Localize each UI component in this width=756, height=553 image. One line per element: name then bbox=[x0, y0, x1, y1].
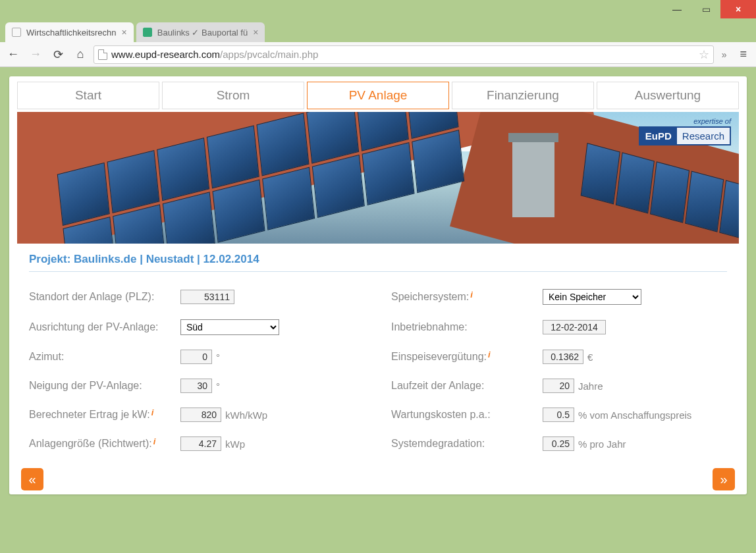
info-icon[interactable]: i bbox=[153, 436, 156, 446]
form-label: Systemdegradation: bbox=[391, 438, 543, 450]
reload-button[interactable]: ⟳ bbox=[49, 45, 67, 64]
form-row-einspeiseverg-tung: Einspeisevergütung:i€ bbox=[391, 350, 727, 364]
info-icon[interactable]: i bbox=[151, 408, 154, 417]
window-titlebar: — ▭ × bbox=[0, 0, 756, 18]
neigung-der-pv-anlage-input[interactable] bbox=[180, 379, 212, 393]
info-icon[interactable]: i bbox=[488, 350, 491, 359]
form-label: Ausrichtung der PV-Anlage: bbox=[29, 321, 180, 333]
form-row-neigung-der-pv-anlage: Neigung der PV-Anlage:° bbox=[29, 379, 365, 393]
form-grid: Standort der Anlage (PLZ):Speichersystem… bbox=[29, 289, 727, 451]
berechneter-ertrag-je-kw-input[interactable] bbox=[180, 408, 221, 422]
tab-close-icon[interactable]: × bbox=[253, 27, 258, 38]
ausrichtung-der-pv-anlage-select[interactable]: Süd bbox=[180, 319, 279, 335]
unit-label: ° bbox=[216, 381, 220, 392]
form-row-anlagengr-e-richtwert: Anlagengröße (Richtwert):ikWp bbox=[29, 436, 365, 451]
page-icon bbox=[143, 28, 152, 37]
overflow-icon[interactable]: » bbox=[718, 49, 731, 60]
url-path: /apps/pvcalc/main.php bbox=[220, 49, 318, 60]
form-label: Standort der Anlage (PLZ): bbox=[29, 291, 180, 303]
browser-tab-active[interactable]: Wirtschaftlichkeitsrechn × bbox=[5, 22, 134, 42]
unit-label: ° bbox=[216, 352, 220, 363]
form-label: Inbetriebnahme: bbox=[391, 321, 543, 333]
browser-tab[interactable]: Baulinks ✓ Bauportal fü × bbox=[136, 22, 265, 42]
tab-pv-anlage[interactable]: PV Anlage bbox=[307, 82, 449, 109]
info-icon[interactable]: i bbox=[470, 290, 473, 300]
brand-left: EuPD bbox=[640, 128, 677, 144]
menu-icon[interactable]: ≡ bbox=[734, 47, 752, 61]
maximize-button[interactable]: ▭ bbox=[691, 0, 720, 18]
form-row-berechneter-ertrag-je-kw: Berechneter Ertrag je kW:ikWh/kWp bbox=[29, 408, 365, 422]
brand-tagline: expertise of bbox=[639, 117, 731, 125]
close-button[interactable]: × bbox=[720, 0, 756, 18]
minimize-button[interactable]: — bbox=[662, 0, 691, 18]
site-icon bbox=[98, 49, 107, 60]
unit-label: kWh/kWp bbox=[225, 409, 267, 421]
form-row-systemdegradation: Systemdegradation:% pro Jahr bbox=[391, 436, 727, 451]
tab-strom[interactable]: Strom bbox=[162, 82, 304, 109]
url-host: www.eupd-research.com bbox=[111, 49, 220, 60]
speichersystem-select[interactable]: Kein Speicher bbox=[543, 289, 641, 305]
unit-label: € bbox=[587, 352, 593, 363]
main-tabs: Start Strom PV Anlage Finanzierung Auswe… bbox=[9, 76, 747, 109]
home-button[interactable]: ⌂ bbox=[71, 45, 90, 64]
form-label: Berechneter Ertrag je kW:i bbox=[29, 409, 180, 421]
inbetriebnahme-input[interactable] bbox=[543, 320, 606, 334]
hero-banner: expertise of EuPD Research bbox=[17, 112, 739, 244]
prev-button[interactable]: « bbox=[21, 468, 43, 490]
forward-button[interactable]: → bbox=[26, 45, 45, 64]
form-row-standort-der-anlage-plz: Standort der Anlage (PLZ): bbox=[29, 289, 365, 305]
systemdegradation-input[interactable] bbox=[543, 436, 574, 451]
form-label: Neigung der PV-Anlage: bbox=[29, 380, 180, 392]
form-row-speichersystem: Speichersystem:iKein Speicher bbox=[391, 289, 727, 305]
bookmark-star-icon[interactable]: ☆ bbox=[699, 47, 709, 62]
form-row-wartungskosten-p-a: Wartungskosten p.a.:% vom Anschaffungspr… bbox=[391, 408, 727, 422]
form-row-laufzeit-der-anlage: Laufzeit der Anlage:Jahre bbox=[391, 379, 727, 393]
form-label: Einspeisevergütung:i bbox=[391, 351, 543, 363]
standort-der-anlage-plz-input[interactable] bbox=[180, 290, 234, 304]
unit-label: % vom Anschaffungspreis bbox=[578, 409, 691, 421]
url-input[interactable]: www.eupd-research.com/apps/pvcalc/main.p… bbox=[94, 45, 714, 64]
tab-finanzierung[interactable]: Finanzierung bbox=[452, 82, 594, 109]
browser-tab-strip: Wirtschaftlichkeitsrechn × Baulinks ✓ Ba… bbox=[0, 18, 756, 42]
tab-auswertung[interactable]: Auswertung bbox=[597, 82, 739, 109]
form-row-azimut: Azimut:° bbox=[29, 350, 365, 364]
unit-label: Jahre bbox=[578, 381, 603, 392]
form-row-inbetriebnahme: Inbetriebnahme: bbox=[391, 319, 727, 335]
page-icon bbox=[12, 28, 21, 37]
form-label: Laufzeit der Anlage: bbox=[391, 380, 543, 392]
laufzeit-der-anlage-input[interactable] bbox=[543, 379, 574, 393]
project-title: Projekt: Baulinks.de | Neustadt | 12.02.… bbox=[29, 253, 727, 272]
wartungskosten-p-a-input[interactable] bbox=[543, 408, 574, 422]
anlagengr-e-richtwert-input[interactable] bbox=[180, 436, 221, 451]
page-content: Start Strom PV Anlage Finanzierung Auswe… bbox=[9, 76, 747, 494]
form-label: Azimut: bbox=[29, 351, 180, 363]
tab-title: Baulinks ✓ Bauportal fü bbox=[157, 28, 248, 38]
azimut-input[interactable] bbox=[180, 350, 212, 364]
form-label: Anlagengröße (Richtwert):i bbox=[29, 438, 180, 450]
tab-title: Wirtschaftlichkeitsrechn bbox=[26, 28, 117, 38]
back-button[interactable]: ← bbox=[4, 45, 22, 64]
einspeiseverg-tung-input[interactable] bbox=[543, 350, 583, 364]
form-label: Speichersystem:i bbox=[391, 291, 543, 303]
brand-right: Research bbox=[677, 128, 730, 144]
unit-label: kWp bbox=[225, 438, 245, 450]
unit-label: % pro Jahr bbox=[578, 438, 626, 450]
tab-close-icon[interactable]: × bbox=[122, 27, 127, 38]
form-label: Wartungskosten p.a.: bbox=[391, 409, 543, 421]
address-bar: ← → ⟳ ⌂ www.eupd-research.com/apps/pvcal… bbox=[0, 42, 756, 67]
tab-start[interactable]: Start bbox=[17, 82, 159, 109]
brand-badge: expertise of EuPD Research bbox=[639, 117, 731, 145]
next-button[interactable]: » bbox=[713, 468, 735, 490]
form-row-ausrichtung-der-pv-anlage: Ausrichtung der PV-Anlage:Süd bbox=[29, 319, 365, 335]
